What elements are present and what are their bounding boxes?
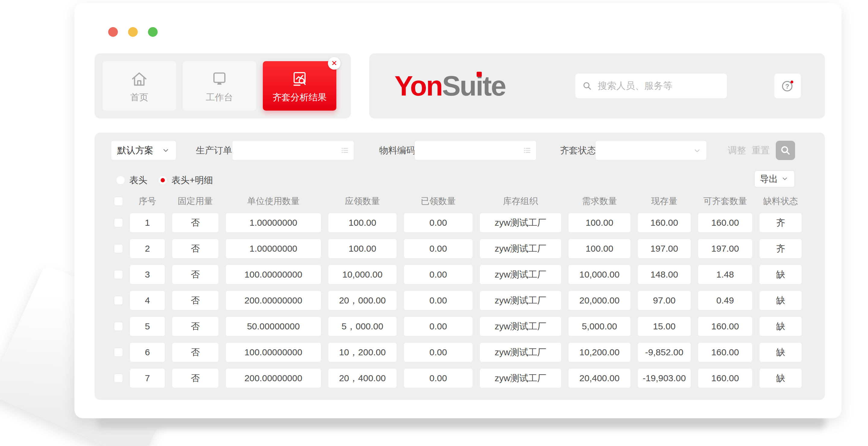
app-window: 首页 工作台 <box>74 3 841 418</box>
cell-on-hand-qty: 97.00 <box>638 290 691 310</box>
cell-inventory-org: zyw测试工厂 <box>479 290 561 310</box>
cell-inventory-org: zyw测试工厂 <box>479 368 561 388</box>
cell-seq: 2 <box>130 239 165 259</box>
maximize-window-button[interactable] <box>148 27 158 37</box>
cell-fixed-usage: 否 <box>172 290 219 310</box>
logo-te: te <box>483 70 505 101</box>
cell-fixed-usage: 否 <box>172 316 219 336</box>
cell-required-qty: 100.00 <box>328 239 397 259</box>
cell-on-hand-qty: -19,903.00 <box>638 368 691 388</box>
list-picker-icon[interactable] <box>522 146 532 155</box>
cell-shortage-status: 缺 <box>759 290 802 310</box>
cell-seq: 4 <box>130 290 165 310</box>
cell-seq: 7 <box>130 368 165 388</box>
view-toggle-row: 表头 表头+明细 <box>116 175 213 186</box>
tab-home-label: 首页 <box>130 93 148 102</box>
search-icon <box>582 81 592 91</box>
cell-seq: 5 <box>130 316 165 336</box>
material-code-field[interactable] <box>414 140 536 160</box>
cell-fixed-usage: 否 <box>172 264 219 284</box>
cell-fixed-usage: 否 <box>172 213 219 233</box>
cell-unit-usage-qty: 200.00000000 <box>225 368 321 388</box>
col-header-issued-qty: 已领数量 <box>404 195 473 207</box>
adjust-link[interactable]: 调整 <box>728 140 746 160</box>
list-picker-icon[interactable] <box>340 146 350 155</box>
cell-unit-usage-qty: 1.00000000 <box>225 239 321 259</box>
cell-kit-available-qty: 197.00 <box>698 239 752 259</box>
material-code-input[interactable] <box>419 145 522 156</box>
cell-demand-qty: 100.00 <box>568 239 631 259</box>
row-checkbox[interactable] <box>114 270 123 279</box>
select-all-checkbox[interactable] <box>114 197 123 206</box>
cell-required-qty: 20，000.00 <box>328 290 397 310</box>
cell-kit-available-qty: 160.00 <box>698 213 752 233</box>
scheme-select[interactable]: 默认方案 <box>111 140 176 160</box>
minimize-window-button[interactable] <box>128 27 138 37</box>
cell-required-qty: 10，200.00 <box>328 342 397 362</box>
row-checkbox[interactable] <box>114 374 123 383</box>
export-button-label: 导出 <box>760 173 778 185</box>
table-row: 4否200.0000000020，000.000.00zyw测试工厂20,000… <box>114 290 802 310</box>
cell-kit-available-qty: 1.48 <box>698 264 752 284</box>
chevron-down-icon <box>781 175 789 183</box>
cell-demand-qty: 100.00 <box>568 213 631 233</box>
reset-link[interactable]: 重置 <box>752 140 770 160</box>
tab-close-icon[interactable]: ✕ <box>328 57 341 70</box>
cell-demand-qty: 20,000.00 <box>568 290 631 310</box>
tab-kit-analysis-result[interactable]: 齐套分析结果 ✕ <box>263 61 336 110</box>
production-order-input[interactable] <box>237 145 340 156</box>
tab-workbench[interactable]: 工作台 <box>183 61 256 110</box>
home-icon <box>130 70 149 89</box>
logo-i: i <box>476 70 483 101</box>
cell-issued-qty: 0.00 <box>404 213 473 233</box>
cell-required-qty: 5，000.00 <box>328 316 397 336</box>
row-checkbox[interactable] <box>114 322 123 331</box>
radio-header-only[interactable] <box>116 176 125 185</box>
kit-analysis-icon <box>290 70 309 89</box>
table-row: 2否1.00000000100.000.00zyw测试工厂100.00197.0… <box>114 239 802 259</box>
kit-status-select[interactable] <box>595 140 707 160</box>
cell-fixed-usage: 否 <box>172 239 219 259</box>
col-header-fixed-usage: 固定用量 <box>172 195 219 207</box>
cell-demand-qty: 10,000.00 <box>568 264 631 284</box>
row-checkbox[interactable] <box>114 244 123 253</box>
help-icon: ? <box>781 79 795 93</box>
cell-unit-usage-qty: 100.00000000 <box>225 264 321 284</box>
radio-header-detail[interactable] <box>158 176 167 185</box>
filter-search-button[interactable] <box>776 141 795 160</box>
cell-kit-available-qty: 160.00 <box>698 342 752 362</box>
production-order-field[interactable] <box>232 140 354 160</box>
col-header-inventory-org: 库存组织 <box>479 195 561 207</box>
main-content-panel: 默认方案 生产订单 物料编码 <box>95 133 825 400</box>
cell-shortage-status: 齐 <box>759 239 802 259</box>
help-button[interactable]: ? <box>774 73 801 98</box>
cell-demand-qty: 5,000.00 <box>568 316 631 336</box>
tab-home[interactable]: 首页 <box>102 61 176 110</box>
material-code-label: 物料编码 <box>379 140 415 160</box>
cell-shortage-status: 齐 <box>759 213 802 233</box>
cell-required-qty: 10,000.00 <box>328 264 397 284</box>
cell-inventory-org: zyw测试工厂 <box>479 213 561 233</box>
cell-unit-usage-qty: 1.00000000 <box>225 213 321 233</box>
cell-issued-qty: 0.00 <box>404 264 473 284</box>
col-header-required-qty: 应领数量 <box>328 195 397 207</box>
col-header-kit-available-qty: 可齐套数量 <box>698 195 752 207</box>
row-checkbox[interactable] <box>114 296 123 305</box>
close-window-button[interactable] <box>108 27 118 37</box>
nav-tab-panel: 首页 工作台 <box>95 53 351 119</box>
global-search-input[interactable] <box>597 80 720 92</box>
cell-unit-usage-qty: 50.00000000 <box>225 316 321 336</box>
table-row: 1否1.00000000100.000.00zyw测试工厂100.00160.0… <box>114 213 802 233</box>
cell-shortage-status: 缺 <box>759 342 802 362</box>
row-checkbox[interactable] <box>114 218 123 227</box>
row-checkbox[interactable] <box>114 348 123 357</box>
table-header-row: 序号 固定用量 单位使用数量 应领数量 已领数量 库存组织 需求数量 现存量 可… <box>114 193 802 210</box>
table-row: 5否50.000000005，000.000.00zyw测试工厂5,000.00… <box>114 316 802 336</box>
radio-header-only-label: 表头 <box>129 174 147 187</box>
export-button[interactable]: 导出 <box>754 170 795 187</box>
cell-shortage-status: 缺 <box>759 368 802 388</box>
cell-inventory-org: zyw测试工厂 <box>479 264 561 284</box>
table-row: 7否200.0000000020，400.000.00zyw测试工厂20,400… <box>114 368 802 388</box>
global-search-box[interactable] <box>575 73 727 98</box>
cell-seq: 3 <box>130 264 165 284</box>
